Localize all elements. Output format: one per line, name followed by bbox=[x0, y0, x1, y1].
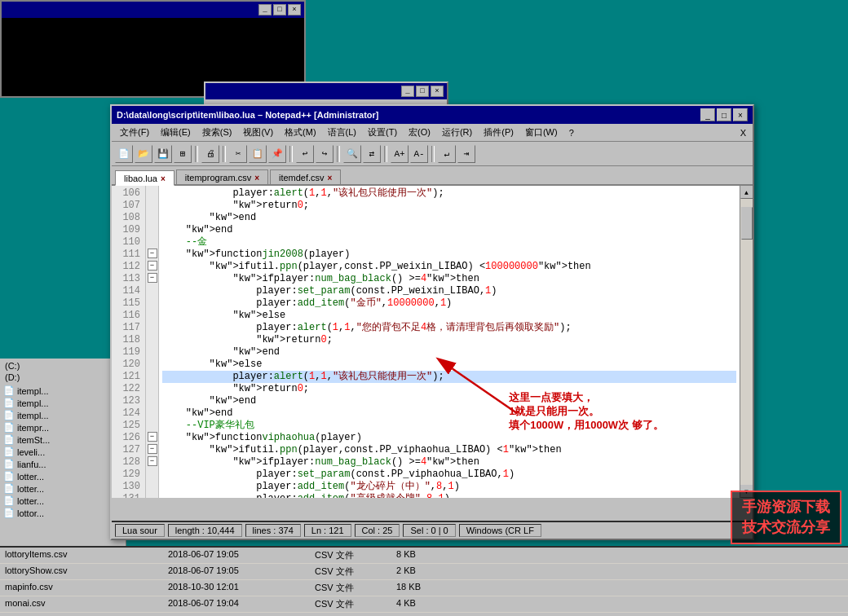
code-line[interactable]: "kw">end bbox=[162, 346, 736, 359]
code-line[interactable]: "kw">return 0; bbox=[162, 334, 736, 346]
maximize-btn[interactable]: □ bbox=[273, 4, 286, 15]
menu-settings[interactable]: 设置(T) bbox=[363, 125, 402, 140]
tab-libao-close[interactable]: × bbox=[161, 174, 166, 183]
code-line[interactable]: "kw">if util.ppn(player,const.PP_viphaoh… bbox=[162, 444, 736, 456]
file-tree-item[interactable]: 📄itempl... bbox=[0, 397, 126, 409]
file-tree-item[interactable]: 📄itempr... bbox=[0, 421, 126, 433]
menu-x[interactable]: X bbox=[737, 126, 749, 139]
file-list-row[interactable]: mapinfo.csv 2018-10-30 12:01 CSV 文件 18 K… bbox=[0, 580, 848, 596]
tb-copy[interactable]: 📋 bbox=[249, 145, 267, 163]
code-line[interactable]: "kw">if player:num_bag_black() >= 4 "kw"… bbox=[162, 456, 736, 469]
scroll-thumb[interactable] bbox=[741, 207, 753, 240]
notepad-close-btn[interactable]: × bbox=[733, 108, 748, 121]
fold-button[interactable]: − bbox=[148, 456, 157, 466]
menu-view[interactable]: 视图(V) bbox=[238, 125, 278, 140]
file-tree-item[interactable]: 📄leveli... bbox=[0, 446, 126, 458]
menu-format[interactable]: 格式(M) bbox=[280, 125, 321, 140]
code-line[interactable]: "kw">else bbox=[162, 359, 736, 371]
tb-open[interactable]: 📂 bbox=[135, 145, 152, 163]
fold-button[interactable]: − bbox=[148, 432, 157, 442]
drive-c[interactable]: (C:) bbox=[2, 360, 124, 372]
fold-button[interactable]: − bbox=[148, 273, 157, 283]
file-tree-item[interactable]: 📄lottor... bbox=[0, 507, 126, 519]
tb-zoom-in[interactable]: A+ bbox=[391, 145, 409, 163]
code-line[interactable]: player:alert(1,1,"您的背包不足4格，请清理背包后再领取奖励")… bbox=[162, 322, 736, 334]
close-btn[interactable]: × bbox=[288, 4, 301, 15]
file-list-row[interactable]: monai.csv 2018-06-07 19:04 CSV 文件 4 KB bbox=[0, 596, 848, 613]
tb-indent[interactable]: ⇥ bbox=[457, 145, 475, 163]
tb-redo[interactable]: ↪ bbox=[316, 145, 333, 163]
tb-new[interactable]: 📄 bbox=[115, 145, 133, 163]
file-list-row[interactable]: lottoryItems.csv 2018-06-07 19:05 CSV 文件… bbox=[0, 548, 848, 564]
code-line[interactable]: player:set_param(const.PP_viphaohua_LIBA… bbox=[162, 469, 736, 481]
code-line[interactable]: player:alert(1,1,"该礼包只能使用一次"); bbox=[162, 187, 736, 200]
menu-run[interactable]: 运行(R) bbox=[437, 125, 477, 140]
menu-macro[interactable]: 宏(O) bbox=[404, 125, 435, 140]
file-tree-item[interactable]: 📄lotter... bbox=[0, 495, 126, 507]
file-tree-item[interactable]: 📄itempl... bbox=[0, 385, 126, 397]
menu-edit[interactable]: 编辑(E) bbox=[156, 125, 196, 140]
tb-save[interactable]: 💾 bbox=[154, 145, 172, 163]
file-type: CSV 文件 bbox=[310, 548, 391, 562]
tb-zoom-out[interactable]: A- bbox=[410, 145, 428, 163]
code-line[interactable]: player:add_item("高级成就令牌",8,1) bbox=[162, 493, 736, 498]
code-line[interactable]: player:add_item("龙心碎片（中）",8,1) bbox=[162, 481, 736, 493]
code-line[interactable]: "kw">else bbox=[162, 310, 736, 322]
tb-sep4 bbox=[337, 146, 340, 162]
code-line[interactable]: "kw">end bbox=[162, 212, 736, 224]
scroll-track[interactable] bbox=[740, 199, 753, 485]
file-tree-item[interactable]: 📄lotter... bbox=[0, 482, 126, 495]
code-line[interactable]: --金 bbox=[162, 236, 736, 249]
tb-cut[interactable]: ✂ bbox=[229, 145, 247, 163]
tb-find[interactable]: 🔍 bbox=[343, 145, 361, 163]
code-line[interactable]: "kw">end bbox=[162, 407, 736, 420]
vertical-scrollbar[interactable]: ▲ ▼ bbox=[740, 186, 753, 498]
menu-language[interactable]: 语言(L) bbox=[323, 125, 361, 140]
code-line[interactable]: "kw">if player:num_bag_black() >= 4 "kw"… bbox=[162, 273, 736, 285]
code-line[interactable]: player:add_item("金币",10000000,1) bbox=[162, 297, 736, 310]
code-line[interactable]: "kw">function jin2008(player) bbox=[162, 249, 736, 261]
tb-wrap[interactable]: ↵ bbox=[438, 145, 456, 163]
menu-plugins[interactable]: 插件(P) bbox=[479, 125, 519, 140]
file-tree-item[interactable]: 📄itemSt... bbox=[0, 433, 126, 446]
file-list-row[interactable]: lottoryShow.csv 2018-06-07 19:05 CSV 文件 … bbox=[0, 564, 848, 580]
drive-d[interactable]: (D:) bbox=[2, 372, 124, 383]
tb-print[interactable]: 🖨 bbox=[201, 145, 219, 163]
minimize-btn[interactable]: _ bbox=[258, 4, 272, 15]
tb-undo[interactable]: ↩ bbox=[296, 145, 314, 163]
code-line[interactable]: "kw">return 0; bbox=[162, 383, 736, 395]
tb-replace[interactable]: ⇄ bbox=[363, 145, 381, 163]
code-line[interactable]: "kw">return 0; bbox=[162, 200, 736, 212]
tb-saveall[interactable]: ⊞ bbox=[174, 145, 192, 163]
file-tree-item[interactable]: 📄itempl... bbox=[0, 409, 126, 421]
code-line[interactable]: "kw">if util.ppn(player,const.PP_weixin_… bbox=[162, 261, 736, 273]
menu-file[interactable]: 文件(F) bbox=[115, 125, 154, 140]
menu-search[interactable]: 搜索(S) bbox=[197, 125, 237, 140]
code-line[interactable]: "kw">end bbox=[162, 395, 736, 407]
tb-paste[interactable]: 📌 bbox=[268, 145, 286, 163]
gray-maximize-btn[interactable]: □ bbox=[416, 86, 429, 97]
code-line[interactable]: player:alert(1,1,"该礼包只能使用一次"); bbox=[162, 371, 736, 383]
tab-libao[interactable]: libao.lua × bbox=[115, 170, 174, 186]
file-tree-item[interactable]: 📄lianfu... bbox=[0, 458, 126, 470]
code-area[interactable]: player:alert(1,1,"该礼包只能使用一次"); "kw">retu… bbox=[159, 186, 740, 498]
gray-close-btn[interactable]: × bbox=[431, 86, 444, 97]
code-line[interactable]: "kw">function viphaohua(player) bbox=[162, 432, 736, 444]
tab-itemdef-close[interactable]: × bbox=[328, 174, 333, 183]
fold-button[interactable]: − bbox=[148, 261, 157, 271]
tab-itemdef[interactable]: itemdef.csv × bbox=[270, 169, 341, 184]
menu-help[interactable]: ? bbox=[564, 126, 579, 139]
file-tree-item[interactable]: 📄lotter... bbox=[0, 470, 126, 482]
fold-button[interactable]: − bbox=[148, 444, 157, 454]
code-line[interactable]: player:set_param(const.PP_weixin_LIBAO,1… bbox=[162, 285, 736, 297]
notepad-minimize-btn[interactable]: _ bbox=[700, 108, 715, 121]
gray-minimize-btn[interactable]: _ bbox=[401, 86, 414, 97]
code-line[interactable]: --VIP豪华礼包 bbox=[162, 420, 736, 432]
menu-window[interactable]: 窗口(W) bbox=[520, 125, 563, 140]
tab-itemprogram-close[interactable]: × bbox=[254, 174, 259, 183]
scroll-up-btn[interactable]: ▲ bbox=[740, 186, 753, 199]
fold-button[interactable]: − bbox=[148, 249, 157, 258]
code-line[interactable]: "kw">end bbox=[162, 224, 736, 236]
tab-itemprogram[interactable]: itemprogram.csv × bbox=[176, 169, 268, 184]
notepad-maximize-btn[interactable]: □ bbox=[717, 108, 731, 121]
